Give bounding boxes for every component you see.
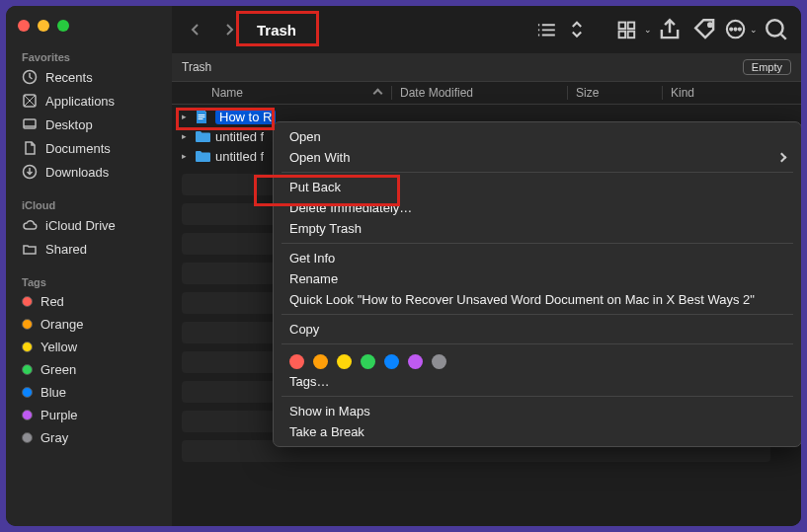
sidebar-item-label: Yellow [40,340,77,354]
sidebar-item-icloud-drive[interactable]: iCloud Drive [6,213,172,237]
sidebar-item-label: Desktop [45,117,93,132]
context-menu-label: Open With [289,150,350,165]
context-menu-item[interactable]: Rename [274,268,801,289]
sidebar-section-icloud: iCloud [6,193,172,213]
desktop-icon [22,116,38,132]
context-menu-item[interactable]: Quick Look "How to Recover Unsaved Word … [274,289,801,310]
context-menu: OpenOpen WithPut BackDelete Immediately…… [273,121,801,447]
context-menu-item[interactable]: Show in Maps [274,401,801,421]
tag-color-dot[interactable] [408,354,423,369]
empty-trash-button[interactable]: Empty [743,59,791,75]
context-menu-item[interactable]: Take a Break [274,421,801,442]
column-header-name[interactable]: Name [172,86,391,100]
maximize-window-button[interactable] [57,20,69,32]
sidebar-item-recents[interactable]: Recents [6,65,172,89]
file-list: ▸How to R▸untitled f▸untitled f OpenOpen… [172,105,801,526]
context-menu-label: Get Info [289,251,335,266]
back-button[interactable] [184,18,207,41]
context-menu-separator [282,243,793,244]
tag-dot-icon [22,319,33,330]
tag-color-dot[interactable] [384,354,399,369]
folder-icon [196,149,211,163]
tag-color-dot[interactable] [361,354,375,369]
context-menu-item[interactable]: Copy [274,319,801,340]
sidebar-tag-item[interactable]: Orange [6,313,172,336]
sidebar-section-tags: Tags [6,270,172,290]
context-menu-item[interactable]: Open [274,126,801,147]
download-icon [22,164,38,180]
sidebar-item-label: Orange [40,317,83,332]
column-header-row: Name Date Modified Size Kind [172,81,801,105]
context-menu-label: Delete Immediately… [289,200,412,215]
sidebar-item-shared[interactable]: Shared [6,237,172,261]
sidebar-item-label: Purple [40,408,78,422]
search-button[interactable] [764,19,789,40]
tag-dot-icon [22,387,33,398]
svg-point-11 [735,29,737,31]
chevron-right-icon [777,153,787,163]
column-header-date[interactable]: Date Modified [391,86,567,100]
file-name: untitled f [215,129,264,144]
sidebar-item-applications[interactable]: Applications [6,89,172,113]
sidebar-tag-item[interactable]: Red [6,290,172,313]
forward-button[interactable] [217,18,241,41]
file-name: untitled f [215,149,264,164]
close-window-button[interactable] [18,20,30,32]
context-menu-separator [282,172,793,173]
group-button[interactable]: ⌄ [621,19,647,40]
view-list-button[interactable] [534,19,560,40]
column-header-size[interactable]: Size [567,86,662,100]
context-menu-label: Show in Maps [289,404,370,418]
tag-color-dot[interactable] [337,354,352,369]
context-menu-label: Open [289,129,321,144]
share-button[interactable] [657,19,683,40]
context-menu-separator [282,314,793,315]
doc-icon [196,110,211,123]
sidebar-tag-item[interactable]: Green [6,358,172,381]
sidebar-item-label: Documents [45,141,111,156]
context-menu-item[interactable]: Open With [274,147,801,168]
disclosure-triangle-icon[interactable]: ▸ [182,151,192,161]
context-menu-label: Put Back [289,180,341,194]
svg-rect-7 [628,31,634,37]
svg-rect-4 [619,22,625,28]
sidebar-item-label: Applications [45,94,115,109]
minimize-window-button[interactable] [38,20,49,32]
tag-color-dot[interactable] [313,354,328,369]
path-bar: Trash Empty [172,53,801,81]
view-sort-icon[interactable] [570,19,584,40]
doc-icon [22,140,38,156]
tag-color-dot[interactable] [289,354,304,369]
tags-button[interactable] [692,19,718,40]
context-menu-item[interactable]: Put Back [274,177,801,197]
svg-rect-15 [199,116,205,117]
context-menu-separator [282,343,793,344]
context-menu-tag-colors [274,348,801,371]
disclosure-triangle-icon[interactable]: ▸ [182,131,192,141]
sidebar-section-favorites: Favorites [6,45,172,65]
sidebar-item-documents[interactable]: Documents [6,136,172,160]
disclosure-triangle-icon[interactable]: ▸ [182,112,192,121]
window-controls [6,14,172,45]
tag-dot-icon [22,296,33,307]
context-menu-item[interactable]: Delete Immediately… [274,197,801,218]
toolbar: Trash ⌄ ⌄ [172,6,801,53]
sidebar-tag-item[interactable]: Yellow [6,336,172,358]
column-header-kind[interactable]: Kind [662,86,801,100]
cloud-icon [22,217,38,233]
sidebar-item-desktop[interactable]: Desktop [6,113,172,136]
context-menu-item[interactable]: Empty Trash [274,218,801,239]
context-menu-item[interactable]: Tags… [274,371,801,392]
sidebar-tag-item[interactable]: Blue [6,381,172,404]
sidebar: Favorites Recents Applications Desktop D… [6,6,172,526]
sidebar-tag-item[interactable]: Gray [6,426,172,449]
context-menu-item[interactable]: Get Info [274,248,801,268]
sidebar-item-downloads[interactable]: Downloads [6,160,172,184]
context-menu-label: Quick Look "How to Recover Unsaved Word … [289,292,755,307]
folder-icon [196,129,211,143]
svg-rect-5 [628,22,634,28]
sidebar-tag-item[interactable]: Purple [6,404,172,426]
actions-button[interactable]: ⌄ [728,19,754,40]
context-menu-label: Copy [289,322,319,337]
tag-color-dot[interactable] [432,354,446,369]
